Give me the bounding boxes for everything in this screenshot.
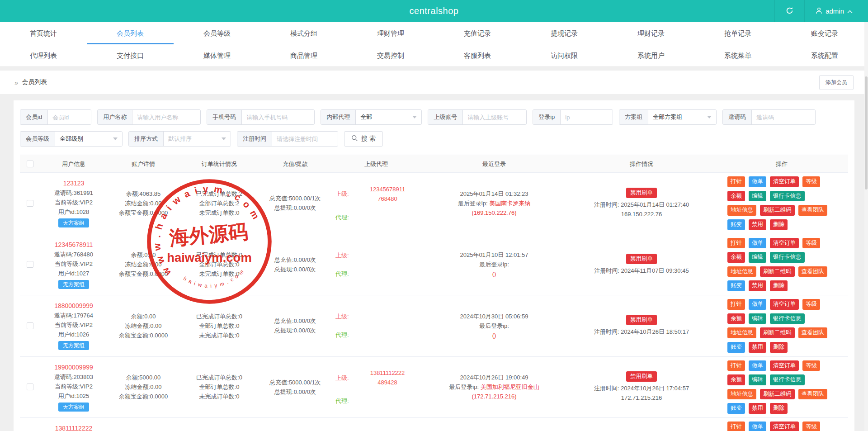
action-button-11[interactable]: 禁用 [749,403,766,414]
action-button-2[interactable]: 清空订单 [770,299,799,310]
action-button-2[interactable]: 清空订单 [770,238,799,249]
action-button-8[interactable]: 刷新二维码 [760,327,795,338]
action-button-3[interactable]: 等级 [802,299,820,310]
row-checkbox[interactable] [27,322,33,329]
username-link[interactable]: 123123 [40,179,108,188]
nav-item-r2-3[interactable]: 商品管理 [260,44,347,66]
filter-input-2-2[interactable] [272,132,338,146]
filter-select-2-0[interactable]: 全部级别 [55,132,122,146]
action-button-12[interactable]: 删除 [770,280,788,291]
action-button-0[interactable]: 打针 [727,360,745,371]
filter-input-1-2[interactable] [242,110,314,124]
action-button-4[interactable]: 余额 [727,374,745,385]
action-button-5[interactable]: 编辑 [749,191,766,202]
filter-select-2-1[interactable]: 默认排序 [164,132,231,146]
nav-item-r1-3[interactable]: 模式分组 [260,22,347,44]
action-button-0[interactable]: 打针 [727,238,745,249]
scrollbar-thumb[interactable] [865,76,868,189]
nav-item-r2-2[interactable]: 媒体管理 [174,44,260,66]
filter-select-1-3[interactable]: 全部 [356,110,421,124]
nav-item-r1-9[interactable]: 账变记录 [781,22,868,44]
parent-account-link[interactable]: 768480 [354,194,421,204]
action-button-1[interactable]: 做单 [749,422,766,431]
action-button-10[interactable]: 账变 [727,342,745,353]
action-button-6[interactable]: 银行卡信息 [770,252,805,263]
action-button-0[interactable]: 打针 [727,176,745,187]
nav-item-r1-8[interactable]: 抢单记录 [694,22,781,44]
nav-item-r2-0[interactable]: 代理列表 [0,44,87,66]
nav-item-r1-6[interactable]: 提现记录 [521,22,608,44]
nav-item-r2-5[interactable]: 客服列表 [434,44,521,66]
select-all-checkbox[interactable] [27,161,33,167]
nav-item-r1-5[interactable]: 充值记录 [434,22,521,44]
action-button-11[interactable]: 禁用 [749,342,766,353]
nav-item-r1-1[interactable]: 会员列表 [87,22,174,44]
action-button-2[interactable]: 清空订单 [770,176,799,187]
action-button-9[interactable]: 查看团队 [798,266,827,277]
action-button-6[interactable]: 银行卡信息 [770,374,805,385]
action-button-3[interactable]: 等级 [802,238,820,249]
filter-input-1-0[interactable] [48,110,91,124]
action-button-8[interactable]: 刷新二维码 [760,205,795,216]
action-button-5[interactable]: 编辑 [749,252,766,263]
username-link[interactable]: 18800009999 [40,301,108,311]
refresh-button[interactable] [774,0,804,22]
username-link[interactable]: 12345678911 [40,240,108,250]
plan-group-tag[interactable]: 无方案组 [58,403,89,412]
nav-item-r1-4[interactable]: 理财管理 [347,22,434,44]
filter-input-1-7[interactable] [752,110,815,124]
action-button-1[interactable]: 做单 [749,176,766,187]
filter-input-1-1[interactable] [132,110,200,124]
action-button-9[interactable]: 查看团队 [798,327,827,338]
action-button-2[interactable]: 清空订单 [770,422,799,431]
username-link[interactable]: 13811112222 [40,424,108,431]
action-button-12[interactable]: 删除 [770,342,788,353]
nav-item-r1-2[interactable]: 会员等级 [174,22,260,44]
plan-group-tag[interactable]: 无方案组 [58,280,89,289]
action-button-10[interactable]: 账变 [727,280,745,291]
filter-input-1-4[interactable] [463,110,526,124]
nav-item-r2-4[interactable]: 交易控制 [347,44,434,66]
action-button-7[interactable]: 地址信息 [727,266,756,277]
action-button-6[interactable]: 银行卡信息 [770,313,805,324]
parent-account-link[interactable]: 13811112222 [354,368,421,378]
nav-item-r2-8[interactable]: 系统菜单 [694,44,781,66]
admin-menu[interactable]: admin [804,0,863,22]
nav-item-r2-7[interactable]: 系统用户 [608,44,694,66]
add-member-button[interactable]: 添加会员 [819,75,854,90]
action-button-4[interactable]: 余额 [727,313,745,324]
plan-group-tag[interactable]: 无方案组 [58,218,89,227]
row-checkbox[interactable] [27,261,33,268]
action-button-7[interactable]: 地址信息 [727,389,756,400]
filter-select-1-6[interactable]: 全部方案组 [648,110,716,124]
nav-item-r2-1[interactable]: 支付接口 [87,44,174,66]
action-button-1[interactable]: 做单 [749,360,766,371]
action-button-6[interactable]: 银行卡信息 [770,191,805,202]
row-checkbox[interactable] [27,384,33,390]
nav-item-r1-0[interactable]: 首页统计 [0,22,87,44]
action-button-4[interactable]: 余额 [727,252,745,263]
nav-item-r1-7[interactable]: 理财记录 [608,22,694,44]
action-button-8[interactable]: 刷新二维码 [760,389,795,400]
search-button[interactable]: 搜 索 [344,131,383,147]
parent-account-link[interactable]: 489428 [354,378,421,387]
action-button-9[interactable]: 查看团队 [798,389,827,400]
action-button-3[interactable]: 等级 [802,360,820,371]
action-button-0[interactable]: 打针 [727,422,745,431]
action-button-10[interactable]: 账变 [727,219,745,230]
nav-item-r2-9[interactable]: 系统配置 [781,44,868,66]
action-button-2[interactable]: 清空订单 [770,360,799,371]
action-button-12[interactable]: 删除 [770,219,788,230]
action-button-12[interactable]: 删除 [770,403,788,414]
action-button-11[interactable]: 禁用 [749,219,766,230]
action-button-5[interactable]: 编辑 [749,313,766,324]
ban-brush-button[interactable]: 禁用刷单 [626,371,657,382]
action-button-10[interactable]: 账变 [727,403,745,414]
action-button-8[interactable]: 刷新二维码 [760,266,795,277]
action-button-1[interactable]: 做单 [749,299,766,310]
ban-brush-button[interactable]: 禁用刷单 [626,188,657,198]
action-button-0[interactable]: 打针 [727,299,745,310]
action-button-3[interactable]: 等级 [802,176,820,187]
plan-group-tag[interactable]: 无方案组 [58,341,89,350]
row-checkbox[interactable] [27,200,33,207]
